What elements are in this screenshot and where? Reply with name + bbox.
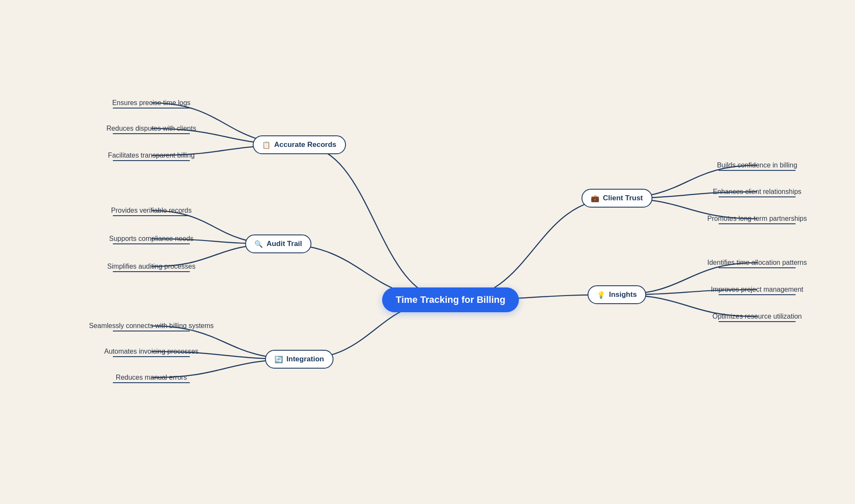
leaf-text: Reduces manual errors — [116, 374, 187, 381]
page-title — [0, 0, 855, 19]
leaf-text: Promotes long-term partnerships — [708, 215, 807, 223]
leaf-text: Automates invoicing processes — [104, 348, 199, 355]
leaf-text: Simplifies auditing processes — [107, 263, 195, 270]
leaf-text: Optimizes resource utilization — [713, 313, 802, 320]
branch-node-insights: 💡Insights — [587, 285, 646, 304]
insights-icon: 💡 — [597, 291, 605, 299]
client-trust-icon: 💼 — [591, 194, 599, 202]
audit-trail-icon: 🔍 — [254, 240, 263, 248]
leaf-text: Seamlessly connects with billing systems — [89, 322, 214, 330]
center-node: Time Tracking for Billing — [382, 287, 519, 312]
mind-map-svg — [0, 0, 855, 504]
leaf-text: Ensures precise time logs — [112, 99, 190, 107]
integration-icon: 🔄 — [274, 355, 283, 363]
leaf-text: Enhances client relationships — [713, 188, 801, 196]
branch-node-accurate-records: 📋Accurate Records — [253, 135, 346, 154]
leaf-text: Supports compliance needs — [109, 235, 193, 243]
leaf-text: Improves project management — [711, 286, 803, 293]
leaf-text: Reduces disputes with clients — [106, 125, 196, 132]
branch-node-client-trust: 💼Client Trust — [581, 189, 652, 208]
leaf-text: Builds confidence in billing — [717, 161, 797, 169]
branch-node-integration: 🔄Integration — [265, 350, 333, 369]
leaf-text: Provides verifiable records — [111, 207, 192, 214]
branch-node-audit-trail: 🔍Audit Trail — [245, 234, 311, 253]
leaf-text: Facilitates transparent billing — [108, 152, 195, 159]
accurate-records-icon: 📋 — [262, 141, 271, 149]
leaf-text: Identifies time allocation patterns — [707, 259, 807, 267]
